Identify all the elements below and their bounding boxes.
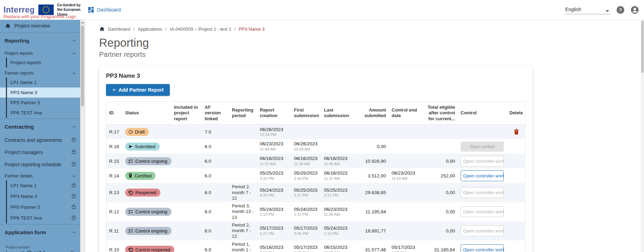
cell-delete	[507, 168, 526, 183]
cell-af: 7.0	[202, 124, 229, 139]
cell-control: Start control	[458, 139, 507, 154]
undo-icon	[128, 190, 133, 195]
column-header-control: Control	[458, 102, 507, 124]
lock-icon	[71, 149, 76, 154]
help-icon[interactable]: ?	[616, 6, 625, 14]
cell-control_end	[389, 183, 421, 202]
check-circle-icon	[26, 250, 32, 252]
sidebar-item-application-form[interactable]: Application form	[0, 225, 80, 239]
scroll-up-button[interactable]	[80, 20, 85, 25]
sidebar-item-partner-reports[interactable]: Partner reports	[0, 68, 80, 77]
partner-reports-table: IDStatusIncluded in project reportAF ver…	[106, 101, 526, 252]
sidebar-scrollbar[interactable]	[80, 20, 85, 252]
language-select[interactable]: English	[565, 5, 611, 14]
sidebar-item-lp1-name-1[interactable]: LP1 Name 1	[0, 180, 80, 191]
sidebar-item-partner-details[interactable]: Partner details	[0, 170, 80, 180]
cell-creation: 05/16/20232:54 PM	[257, 240, 291, 252]
sidebar-item-pp3-name-3[interactable]: PP3 Name 3	[0, 87, 80, 98]
cell-af: 6.0	[202, 183, 229, 202]
breadcrumb-item-applications[interactable]: Applications	[138, 26, 162, 32]
cell-delete	[507, 139, 526, 154]
checklist-icon	[128, 209, 133, 214]
sidebar: Project overviewReportingProject reports…	[0, 20, 80, 252]
top-right-controls: English ?	[565, 5, 644, 14]
report-row-r-13[interactable]: R.13Reopened6.0Period 2,month 7 - 1205/2…	[106, 183, 526, 202]
column-header-first-submission: First submission	[291, 102, 321, 124]
chevron-up-icon	[72, 39, 76, 43]
dashboard-nav[interactable]: Dashboard	[88, 7, 121, 13]
start-control-button[interactable]: Start control	[461, 142, 504, 152]
sidebar-item-project-reports[interactable]: Project reports	[0, 58, 80, 68]
open-controller-work-button[interactable]: Open controller work	[461, 206, 504, 217]
open-controller-work-button[interactable]: Open controller work	[461, 187, 504, 198]
open-controller-work-button[interactable]: Open controller work	[461, 156, 504, 167]
sidebar-item-pp3-name-3[interactable]: PP3 Name 3	[0, 191, 80, 202]
cell-control_end	[389, 154, 421, 168]
project-version-select[interactable]: Project version(current)V.7.0	[5, 244, 75, 252]
status-label: Draft	[135, 129, 145, 135]
cell-included	[171, 168, 202, 183]
report-row-r-12[interactable]: R.12Control ongoing6.0Period 3,month 13 …	[106, 202, 526, 221]
report-row-r-14[interactable]: R.14Certified6.005/25/20233:31 PM05/25/2…	[106, 168, 526, 183]
user-avatar-icon[interactable]	[630, 6, 639, 14]
cell-included	[171, 240, 202, 252]
sidebar-item-pp5-partner-5[interactable]: PP5 Partner 5	[0, 98, 80, 108]
delete-report-button[interactable]	[513, 128, 520, 135]
report-row-r-11[interactable]: R.11Control ongoing6.0Period 2,month 7 -…	[106, 221, 526, 240]
cell-id: R.16	[106, 139, 122, 154]
sidebar-item-project-overview[interactable]: Project overview	[0, 20, 80, 32]
breadcrumb-separator: /	[165, 26, 167, 32]
open-controller-work-button[interactable]: Open controller work	[461, 170, 504, 181]
sidebar-item-label: Contracts and agreements	[5, 137, 62, 143]
sidebar-item-reporting[interactable]: Reporting	[0, 33, 80, 48]
sidebar-item-pp5-partner-5[interactable]: PP5 Partner 5	[0, 202, 80, 213]
cell-status: Submitted	[122, 139, 171, 154]
time-value: 2:06 PM	[294, 231, 318, 236]
breadcrumb-item-dashboard[interactable]: Dashboard	[108, 26, 130, 32]
cell-amount: 3.512,00	[355, 168, 389, 183]
cell-af: 6.0	[202, 221, 229, 240]
dashboard-label: Dashboard	[97, 7, 121, 13]
sidebar-item-pp6-test-ana[interactable]: PP6 TEST Ana	[0, 213, 80, 223]
cell-total: 0,00	[421, 202, 458, 221]
date-value: 06/16/2023	[324, 156, 352, 161]
report-row-r-10[interactable]: R.10Control reopened6.0Period 1,month 1 …	[106, 240, 526, 252]
status-badge-draft: Draft	[125, 128, 149, 136]
project-version-value: (current)V.7.0	[6, 250, 75, 252]
cell-control: Open controller work	[458, 202, 507, 221]
cell-included	[171, 183, 202, 202]
sidebar-item-lp1-name-1[interactable]: LP1 Name 1	[0, 77, 80, 87]
main-scrollbar[interactable]	[641, 20, 644, 252]
add-partner-report-button[interactable]: + Add Partner Report	[106, 84, 170, 96]
sidebar-item-project-managers[interactable]: Project managers	[0, 146, 80, 158]
cell-status: Control ongoing	[122, 154, 171, 168]
sidebar-scrollbar-thumb[interactable]	[81, 25, 84, 106]
open-controller-work-button[interactable]: Open controller work	[461, 226, 504, 236]
column-header-total-eligible-after-control-for-current: Total eligible after control for current…	[421, 102, 458, 124]
cell-total: 31.180,84	[421, 240, 458, 252]
cell-first: 06/26/202310:08 AM	[291, 139, 321, 154]
open-controller-work-button[interactable]: Open controller work	[461, 244, 504, 252]
date-value: 05/16/2023	[260, 245, 288, 250]
sidebar-item-contracting[interactable]: Contracting	[0, 120, 80, 134]
sidebar-item-project-reporting-schedule[interactable]: Project reporting schedule	[0, 158, 80, 170]
cell-first: 05/24/20231:12 PM	[291, 202, 321, 221]
report-row-r-16[interactable]: R.16Submitted6.006/23/202311:44 AM06/26/…	[106, 139, 526, 154]
sidebar-item-project-reports[interactable]: Project reports	[0, 48, 80, 58]
version-prefix: (current)	[6, 250, 24, 252]
cell-af: 6.0	[202, 154, 229, 168]
cell-total	[421, 124, 458, 139]
sidebar-item-label: Application form	[5, 229, 46, 235]
cell-first: 06/16/202311:38 AM	[291, 154, 321, 168]
sidebar-item-pp6-test-ana[interactable]: PP6 TEST Ana	[0, 108, 80, 118]
cell-period: Period 1,month 1 - 6	[229, 240, 257, 252]
main-scrollbar-thumb[interactable]	[641, 21, 644, 73]
time-value: 3:31 PM	[260, 176, 288, 181]
breadcrumb-item-ia-0400009-project-1-test-1[interactable]: IA-0400009 – Project 1 - test 1	[170, 26, 231, 32]
sidebar-item-label: Project reports	[5, 51, 33, 56]
cell-delete	[507, 124, 526, 139]
sidebar-item-contracts-and-agreements[interactable]: Contracts and agreements	[0, 134, 80, 146]
report-row-r-17[interactable]: R.17Draft7.006/26/202312:34 PM	[106, 124, 526, 139]
report-row-r-15[interactable]: R.15Control ongoing6.006/16/202311:37 AM…	[106, 154, 526, 168]
time-value: 11:37 AM	[260, 162, 288, 166]
